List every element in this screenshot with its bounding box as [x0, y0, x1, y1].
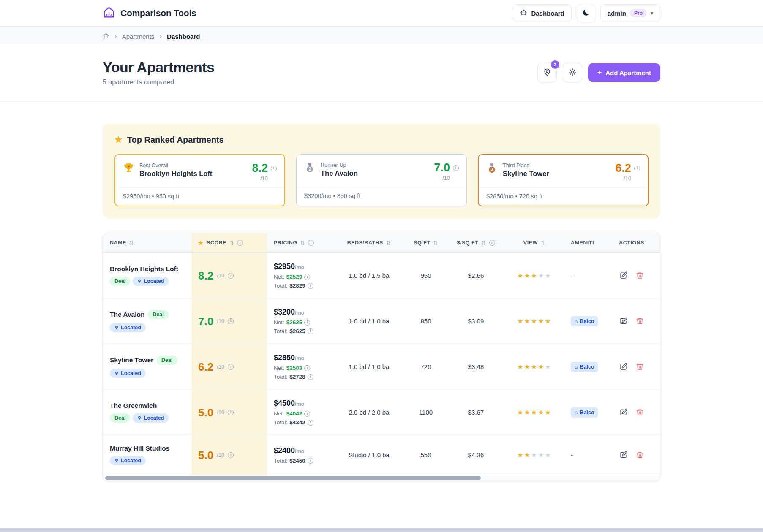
dashboard-button[interactable]: Dashboard [513, 4, 571, 22]
info-icon[interactable]: i [489, 240, 495, 246]
column-header-price-per-sqft[interactable]: $/Sq Ft ⇅ i [447, 233, 505, 253]
net-price: $2625 [286, 319, 302, 326]
info-icon[interactable]: i [271, 166, 277, 171]
info-icon[interactable]: i [634, 166, 640, 171]
add-apartment-label: Add Apartment [605, 69, 651, 76]
trophy-icon [123, 163, 134, 176]
sort-icon[interactable]: ⇅ [386, 240, 391, 246]
edit-button[interactable] [619, 363, 627, 371]
column-label: Name [110, 240, 126, 246]
edit-button[interactable] [619, 271, 627, 280]
sort-icon[interactable]: ⇅ [481, 240, 486, 246]
deal-badge: Deal [110, 277, 130, 286]
top-ranked-title: Top Ranked Apartments [127, 135, 224, 145]
info-icon[interactable]: i [237, 240, 243, 246]
column-header-amenities[interactable]: Ameniti [564, 233, 603, 253]
pencil-icon [619, 317, 627, 325]
horizontal-scrollbar[interactable] [103, 475, 660, 481]
info-icon[interactable]: i [308, 374, 313, 380]
map-pin-icon [543, 68, 551, 78]
table-row: Brooklyn Heights Loft Deal Located 8.2 [103, 253, 660, 299]
info-icon[interactable]: i [304, 320, 310, 326]
page-header: Your Apartments 5 apartments compared 2 [0, 46, 763, 102]
column-header-pricing[interactable]: Pricing ⇅ i [267, 233, 333, 253]
delete-button[interactable] [636, 451, 644, 459]
table-row: The Avalon Deal Located 7.0 [103, 299, 660, 344]
info-icon[interactable]: i [308, 240, 314, 246]
add-apartment-button[interactable]: + Add Apartment [588, 63, 660, 82]
info-icon[interactable]: i [228, 410, 234, 415]
info-icon[interactable]: i [308, 458, 313, 464]
rank-card-runner-up[interactable]: 2 Runner Up The Avalon 7.0 i /10 $3200 [296, 154, 467, 206]
column-header-beds-baths[interactable]: Beds/Baths ⇅ [333, 233, 405, 253]
sort-icon[interactable]: ⇅ [129, 240, 134, 246]
pricing-cell: $4500/mo Net:$4042i Total:$4342i [267, 390, 333, 435]
info-icon[interactable]: i [453, 165, 459, 171]
delete-button[interactable] [636, 271, 644, 280]
deal-badge: Deal [148, 310, 168, 319]
column-header-score[interactable]: ★ Score ⇅ i [191, 233, 267, 253]
sort-icon[interactable]: ⇅ [433, 240, 438, 246]
rank-card-best-overall[interactable]: Best Overall Brooklyn Heights Loft 8.2 i… [114, 154, 285, 206]
info-icon[interactable]: i [228, 452, 234, 458]
column-label: Score [207, 240, 226, 246]
info-icon[interactable]: i [304, 274, 310, 280]
edit-button[interactable] [619, 317, 627, 325]
column-header-name[interactable]: Name ⇅ [103, 233, 191, 253]
settings-button[interactable] [563, 63, 582, 82]
column-label: Actions [619, 240, 644, 246]
sort-icon[interactable]: ⇅ [541, 240, 545, 246]
info-icon[interactable]: i [308, 283, 313, 289]
info-icon[interactable]: i [228, 273, 234, 279]
breadcrumb-home-icon[interactable] [103, 33, 109, 41]
apartment-name: Brooklyn Heights Loft [110, 265, 185, 273]
info-icon[interactable]: i [228, 364, 234, 370]
total-price: $2625 [289, 328, 305, 334]
breadcrumb-apartments[interactable]: Apartments [122, 33, 155, 40]
score-value: 6.2 [198, 361, 213, 372]
delete-button[interactable] [636, 408, 644, 416]
sqft-cell: 850 [405, 299, 447, 344]
sqft-cell: 550 [405, 435, 447, 475]
page-subtitle: 5 apartments compared [103, 79, 215, 86]
table-row: Skyline Tower Deal Located 6.2 [103, 344, 660, 390]
view-rating-cell: ★★★★★ [505, 435, 564, 475]
info-icon[interactable]: i [228, 318, 234, 324]
column-header-sq-ft[interactable]: Sq Ft ⇅ [405, 233, 447, 253]
plus-icon: + [597, 69, 602, 76]
score-value: 7.0 [434, 162, 450, 174]
view-rating-cell: ★★★★★ [505, 299, 564, 344]
pencil-icon [619, 363, 627, 371]
house-icon: ⌂ [575, 364, 578, 370]
located-badge: Located [110, 369, 146, 378]
apartments-table: Name ⇅ ★ Score ⇅ i Pricing ⇅ i [103, 233, 660, 481]
price-per-sqft-cell: $2.66 [447, 253, 505, 299]
scrollbar-thumb[interactable] [105, 476, 481, 480]
rank-card-third-place[interactable]: 3 Third Place Skyline Tower 6.2 i /10 [478, 154, 649, 206]
dark-mode-toggle[interactable] [577, 4, 595, 22]
breadcrumb-separator: › [114, 32, 117, 41]
amenities-cell: ⌂ Balco [564, 344, 603, 390]
brand: Comparison Tools [103, 6, 196, 20]
sort-icon[interactable]: ⇅ [229, 240, 234, 246]
house-icon: ⌂ [575, 410, 578, 415]
price-per-sqft-cell: $3.48 [447, 344, 505, 390]
star-rating: ★★★★★ [517, 318, 552, 325]
deal-badge: Deal [157, 356, 177, 365]
net-price: $4042 [286, 410, 302, 417]
info-icon[interactable]: i [308, 420, 313, 426]
user-menu[interactable]: admin Pro ▾ [600, 4, 660, 22]
sort-icon[interactable]: ⇅ [300, 240, 305, 246]
delete-button[interactable] [636, 363, 644, 371]
info-icon[interactable]: i [304, 365, 310, 371]
pencil-icon [619, 408, 627, 416]
score-cell: 5.0 /10 i [191, 390, 267, 435]
map-view-button[interactable]: 2 [537, 63, 557, 82]
delete-button[interactable] [636, 317, 644, 325]
table-row: The Greenwich Deal Located 5.0 /10 [103, 390, 660, 435]
column-header-view[interactable]: View ⇅ [505, 233, 564, 253]
info-icon[interactable]: i [304, 411, 310, 417]
edit-button[interactable] [619, 408, 627, 416]
info-icon[interactable]: i [308, 328, 313, 334]
edit-button[interactable] [619, 451, 627, 459]
